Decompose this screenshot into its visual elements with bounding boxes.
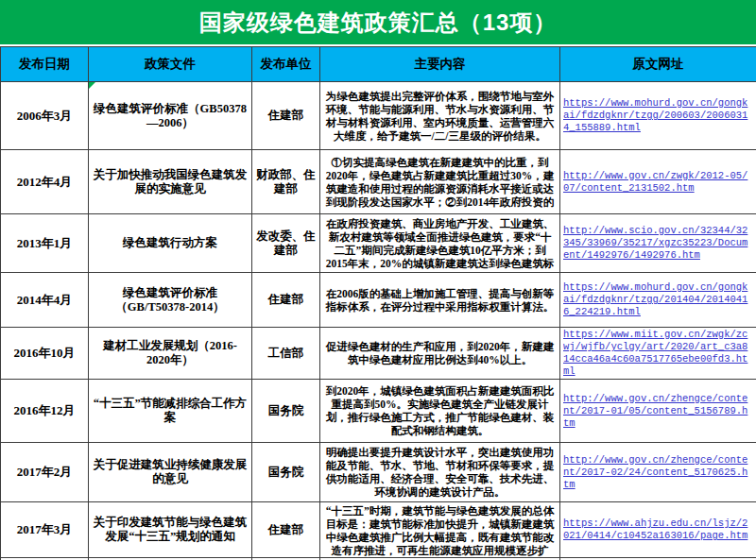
cell-main-content: “十三五”时期，建筑节能与绿色建筑发展的总体目标是：建筑节能标准加快提升，城镇新…: [320, 502, 560, 558]
policy-title-text: 绿色建筑行动方案: [92, 236, 249, 250]
cell-policy-document: 建材工业发展规划（2016-2020年）: [89, 328, 252, 380]
cell-issuer: 住建部: [252, 82, 320, 150]
main-content-text: 明确提出要提升建筑设计水平，突出建筑使用功能及节能、节水、节地、节材和环保等要求…: [323, 446, 557, 499]
cell-main-content: 促进绿色建材的生产和应用，到2020年，新建建筑中绿色建材应用比例达到40%以上…: [320, 328, 560, 380]
policy-title-text: 建材工业发展规划（2016-2020年）: [92, 339, 249, 367]
cell-source-url: http://www.scio.gov.cn/32344/32345/33969…: [560, 214, 756, 273]
policy-table: 发布日期 政策文件 发布单位 主要内容 原文网址 2006年3月 绿色建筑评价标…: [0, 46, 756, 560]
cell-publish-date: 2017年2月: [1, 443, 89, 502]
cell-source-url: http://www.gov.cn/zwgk/2012-05/07/conten…: [560, 150, 756, 214]
source-url-link[interactable]: http://www.gov.cn/zhengce/content/2017-0…: [563, 454, 747, 490]
cell-policy-document: “十三五”节能减排综合工作方案: [89, 380, 252, 443]
source-url-link[interactable]: http://www.scio.gov.cn/32344/32345/33969…: [563, 225, 747, 261]
cell-issuer: 发改委、住建部: [252, 214, 320, 273]
cell-policy-document: 关于加快推动我国绿色建筑发展的实施意见: [89, 150, 252, 214]
cell-policy-document: 绿色建筑评价标准（GB/T50378-2014）: [89, 273, 252, 328]
policy-title-text: “十三五”节能减排综合工作方案: [92, 397, 249, 425]
policy-title-text: 关于促进建筑业持续健康发展的意见: [92, 458, 249, 486]
main-content-text: 在2006版的基础上增加施工管理、提高与创新等指标体系，在评分过程中采用指标权重…: [323, 287, 557, 314]
main-content-text: 促进绿色建材的生产和应用，到2020年，新建建筑中绿色建材应用比例达到40%以上…: [323, 340, 557, 366]
cell-main-content: 为绿色建筑提出完整评价体系，围绕节地与室外环境、节能与能源利用、节水与水资源利用…: [320, 82, 560, 150]
policy-title-text: 关于加快推动我国绿色建筑发展的实施意见: [92, 168, 249, 196]
col-header-issuer: 发布单位: [252, 47, 320, 82]
cell-policy-document: 绿色建筑评价标准（GB50378—2006）: [89, 82, 252, 150]
table-row: 2013年1月 绿色建筑行动方案 发改委、住建部 在政府投资建筑、商业房地产开发…: [1, 214, 756, 273]
cell-main-content: ①切实提高绿色建筑在新建建筑中的比重，到2020年，绿色建筑占新建建筑比重超过3…: [320, 150, 560, 214]
cell-main-content: 到2020年，城镇绿色建筑面积占新建建筑面积比重提高到50%。实施绿色建筑全产业…: [320, 380, 560, 443]
cell-issuer: 住建部: [252, 273, 320, 328]
cell-source-url: http://www.gov.cn/zhengce/content/2017-0…: [560, 380, 756, 443]
col-header-publish-date: 发布日期: [1, 47, 89, 82]
source-url-link[interactable]: https://www.ahjzu.edu.cn/lsjz/2021/0414/…: [563, 518, 747, 541]
cell-source-url: https://www.ahjzu.edu.cn/lsjz/2021/0414/…: [560, 502, 756, 558]
source-url-link[interactable]: http://www.gov.cn/zhengce/content/2017-0…: [563, 393, 747, 429]
cell-policy-document: 关于促进建筑业持续健康发展的意见: [89, 443, 252, 502]
cell-policy-document: 绿色建筑行动方案: [89, 214, 252, 273]
cell-issuer: 国务院: [252, 443, 320, 502]
table-row: 2016年12月 “十三五”节能减排综合工作方案 国务院 到2020年，城镇绿色…: [1, 380, 756, 443]
cell-publish-date: 2016年12月: [1, 380, 89, 443]
source-url-link[interactable]: https://www.mohurd.gov.cn/gongkai/fdzdgk…: [563, 281, 747, 317]
cell-corner-marker-icon: [89, 82, 95, 89]
cell-source-url: http://www.gov.cn/zhengce/content/2017-0…: [560, 443, 756, 502]
cell-publish-date: 2016年10月: [1, 328, 89, 380]
policy-title-text: 绿色建筑评价标准（GB50378—2006）: [92, 102, 249, 130]
table-row: 2014年4月 绿色建筑评价标准（GB/T50378-2014） 住建部 在20…: [1, 273, 756, 328]
cell-source-url: https://www.mohurd.gov.cn/gongkai/fdzdgk…: [560, 82, 756, 150]
table-row: 2016年10月 建材工业发展规划（2016-2020年） 工信部 促进绿色建材…: [1, 328, 756, 380]
cell-issuer: 住建部: [252, 502, 320, 558]
main-content-text: 到2020年，城镇绿色建筑面积占新建建筑面积比重提高到50%。实施绿色建筑全产业…: [323, 384, 557, 437]
main-content-text: ①切实提高绿色建筑在新建建筑中的比重，到2020年，绿色建筑占新建建筑比重超过3…: [323, 156, 557, 209]
cell-publish-date: 2006年3月: [1, 82, 89, 150]
cell-publish-date: 2017年3月: [1, 502, 89, 558]
cell-main-content: 在2006版的基础上增加施工管理、提高与创新等指标体系，在评分过程中采用指标权重…: [320, 273, 560, 328]
cell-publish-date: 2014年4月: [1, 273, 89, 328]
cell-main-content: 在政府投资建筑、商业房地产开发、工业建筑、新农村建筑等领域全面推进绿色建筑，要求…: [320, 214, 560, 273]
cell-issuer: 财政部、住建部: [252, 150, 320, 214]
cell-policy-document: 关于印发建筑节能与绿色建筑发展“十三五”规划的通知: [89, 502, 252, 558]
cell-issuer: 工信部: [252, 328, 320, 380]
header-row: 发布日期 政策文件 发布单位 主要内容 原文网址: [1, 47, 756, 82]
table-row: 2017年2月 关于促进建筑业持续健康发展的意见 国务院 明确提出要提升建筑设计…: [1, 443, 756, 502]
source-url-link[interactable]: https://www.mohurd.gov.cn/gongkai/fdzdgk…: [563, 97, 747, 133]
cell-source-url: https://www.mohurd.gov.cn/gongkai/fdzdgk…: [560, 273, 756, 328]
table-row: 2006年3月 绿色建筑评价标准（GB50378—2006） 住建部 为绿色建筑…: [1, 82, 756, 150]
cell-source-url: https://www.miit.gov.cn/zwgk/zcwj/wjfb/y…: [560, 328, 756, 380]
main-content-text: 为绿色建筑提出完整评价体系，围绕节地与室外环境、节能与能源利用、节水与水资源利用…: [323, 90, 557, 143]
col-header-policy-document: 政策文件: [89, 47, 252, 82]
main-content-text: “十三五”时期，建筑节能与绿色建筑发展的总体目标是：建筑节能标准加快提升，城镇新…: [323, 504, 557, 556]
col-header-main-content: 主要内容: [320, 47, 560, 82]
main-content-text: 在政府投资建筑、商业房地产开发、工业建筑、新农村建筑等领域全面推进绿色建筑，要求…: [323, 217, 557, 270]
cell-main-content: 明确提出要提升建筑设计水平，突出建筑使用功能及节能、节水、节地、节材和环保等要求…: [320, 443, 560, 502]
policy-title-text: 关于印发建筑节能与绿色建筑发展“十三五”规划的通知: [92, 516, 249, 544]
cell-publish-date: 2012年4月: [1, 150, 89, 214]
table-row: 2012年4月 关于加快推动我国绿色建筑发展的实施意见 财政部、住建部 ①切实提…: [1, 150, 756, 214]
table-row: 2017年3月 关于印发建筑节能与绿色建筑发展“十三五”规划的通知 住建部 “十…: [1, 502, 756, 558]
col-header-source-url: 原文网址: [560, 47, 756, 82]
cell-publish-date: 2013年1月: [1, 214, 89, 273]
cell-issuer: 国务院: [252, 380, 320, 443]
source-url-link[interactable]: http://www.gov.cn/zwgk/2012-05/07/conten…: [563, 170, 747, 194]
source-url-link[interactable]: https://www.miit.gov.cn/zwgk/zcwj/wjfb/y…: [563, 329, 747, 377]
policy-title-text: 绿色建筑评价标准（GB/T50378-2014）: [92, 286, 249, 314]
page-title: 国家级绿色建筑政策汇总（13项）: [0, 0, 756, 46]
